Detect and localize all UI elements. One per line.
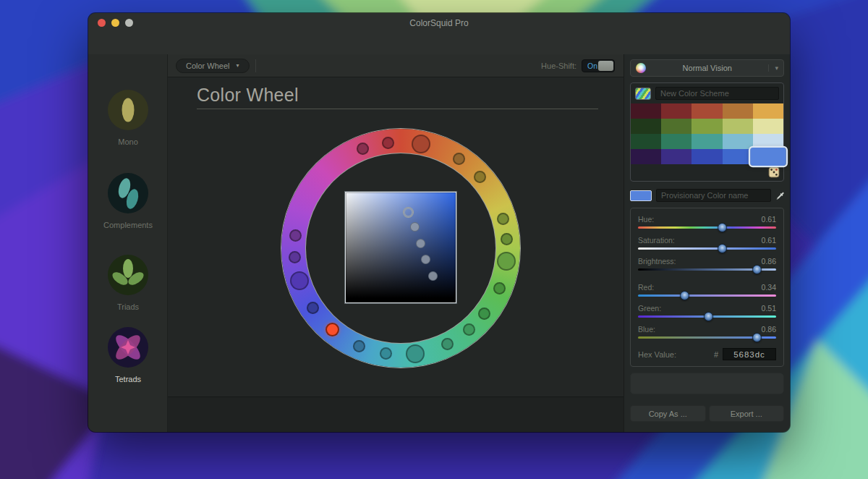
sliders: Hue:0.61Saturation:0.61Brightness:0.86Re… (638, 215, 776, 339)
hue-dot[interactable] (497, 213, 509, 225)
palette-cell[interactable] (661, 134, 692, 149)
hue-dot[interactable] (307, 302, 319, 314)
palette-cell[interactable] (750, 148, 786, 166)
slider-track[interactable] (638, 247, 776, 250)
palette-cell[interactable] (692, 119, 722, 134)
hue-dot[interactable] (357, 143, 369, 155)
slider-knob[interactable] (718, 244, 727, 253)
hue-dot[interactable] (497, 252, 516, 271)
hue-dot[interactable] (493, 282, 506, 294)
palette-cell[interactable] (631, 119, 661, 134)
slider-label: Blue: (638, 325, 655, 334)
slider-track[interactable] (638, 226, 776, 229)
sliders-card: Hue:0.61Saturation:0.61Brightness:0.86Re… (630, 208, 784, 367)
scheme-card (630, 82, 784, 182)
palette-cell[interactable] (692, 134, 722, 149)
slider-brightness: Brightness:0.86 (638, 257, 776, 271)
color-name-row (630, 189, 784, 202)
slider-value: 0.86 (762, 257, 776, 266)
slider-blue: Blue:0.86 (638, 325, 776, 339)
hue-dot[interactable] (289, 229, 302, 242)
palette-cell[interactable] (692, 149, 722, 164)
hue-dot[interactable] (412, 135, 430, 153)
palette-cell[interactable] (723, 134, 753, 149)
export-button[interactable]: Export ... (709, 405, 785, 422)
slider-track[interactable] (638, 294, 776, 297)
slider-value: 0.86 (762, 325, 776, 334)
complements-icon (108, 173, 148, 213)
palette-cell[interactable] (723, 103, 753, 119)
sb-trail-dot[interactable] (428, 271, 438, 281)
app-window: ColorSquid Pro Mono Complements (88, 13, 790, 432)
sidebar-item-mono[interactable]: Mono (88, 90, 168, 146)
palette-cell[interactable] (723, 119, 753, 134)
view-selector-dropdown[interactable]: Color Wheel ▾ (176, 59, 250, 73)
palette-cell[interactable] (661, 103, 692, 119)
hue-dot[interactable] (474, 171, 486, 183)
palette-cell[interactable] (723, 149, 753, 164)
hash-prefix: # (714, 350, 718, 359)
vision-mode-dropdown[interactable]: Normal Vision ▾ (630, 59, 784, 77)
slider-knob[interactable] (704, 312, 713, 321)
hue-dot[interactable] (463, 323, 475, 336)
slider-track[interactable] (638, 336, 776, 339)
slider-label: Green: (638, 304, 661, 313)
hex-value-row: Hex Value: # (638, 348, 776, 360)
sb-cursor-dot[interactable] (404, 208, 413, 217)
sidebar-item-triads[interactable]: Triads (88, 255, 168, 311)
slider-knob[interactable] (680, 291, 689, 300)
wheel-canvas: Color Wheel (168, 77, 624, 397)
slider-value: 0.51 (762, 304, 776, 313)
sb-trail-dot[interactable] (416, 239, 425, 248)
color-wheel-icon (636, 63, 646, 73)
hue-dot[interactable] (441, 338, 454, 350)
saturation-brightness-square[interactable] (345, 192, 456, 303)
hue-dot[interactable] (382, 137, 394, 149)
randomize-dice-icon[interactable] (768, 166, 780, 178)
slider-value: 0.61 (762, 236, 776, 245)
slider-track[interactable] (638, 268, 776, 271)
copy-as-button[interactable]: Copy As ... (630, 405, 706, 422)
sb-trail-dot[interactable] (410, 222, 420, 232)
eyedropper-icon[interactable] (775, 190, 784, 202)
selected-hue-dot[interactable] (326, 323, 339, 336)
color-wheel[interactable] (281, 129, 520, 368)
sidebar-item-complements[interactable]: Complements (88, 173, 168, 229)
palette-cell[interactable] (631, 103, 661, 119)
hue-dot[interactable] (406, 344, 425, 363)
scheme-stripes-icon (635, 88, 651, 100)
title-bar[interactable]: ColorSquid Pro (88, 13, 790, 54)
hue-dot[interactable] (501, 233, 513, 245)
main-bottom-strip (168, 397, 624, 432)
slider-knob[interactable] (718, 223, 727, 232)
slider-label: Saturation: (638, 236, 675, 245)
hue-shift-label: Hue-Shift: (541, 62, 576, 70)
toggle-knob[interactable] (598, 61, 613, 71)
sb-trail-dot[interactable] (421, 255, 430, 264)
sidebar-item-label: Mono (88, 137, 168, 146)
sidebar-item-tetrads[interactable]: Tetrads (88, 327, 168, 383)
palette-cell[interactable] (661, 149, 692, 164)
slider-knob[interactable] (752, 265, 762, 274)
palette-cell[interactable] (753, 134, 783, 149)
hex-value-input[interactable] (723, 348, 776, 360)
hue-dot[interactable] (380, 347, 392, 360)
scheme-sidebar: Mono Complements Triads (88, 54, 168, 432)
slider-green: Green:0.51 (638, 304, 776, 318)
hue-shift-control: Hue-Shift: On (541, 59, 615, 72)
palette-cell[interactable] (631, 134, 661, 149)
hue-dot[interactable] (353, 340, 365, 352)
slider-knob[interactable] (752, 333, 762, 342)
palette-cell[interactable] (692, 103, 722, 119)
slider-track[interactable] (638, 315, 776, 318)
palette-cell[interactable] (753, 103, 783, 119)
sidebar-item-label: Triads (88, 302, 168, 311)
slider-red: Red:0.34 (638, 283, 776, 297)
color-name-input[interactable] (656, 189, 771, 202)
scheme-name-input[interactable] (655, 87, 779, 100)
hue-shift-toggle[interactable]: On (582, 59, 615, 72)
hue-dot[interactable] (453, 153, 465, 165)
palette-cell[interactable] (753, 119, 783, 134)
palette-cell[interactable] (661, 119, 692, 134)
palette-cell[interactable] (631, 149, 661, 164)
